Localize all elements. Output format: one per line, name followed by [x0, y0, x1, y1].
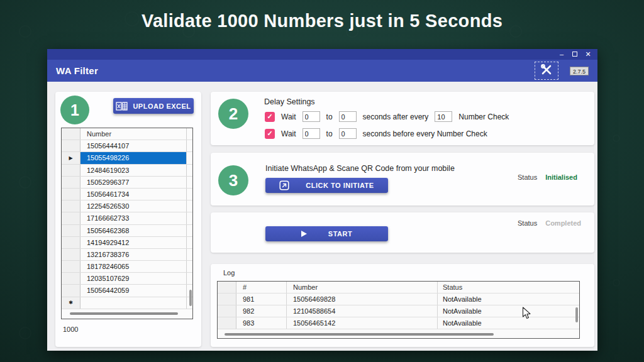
log-corner-cell [218, 282, 236, 293]
status-value-completed: Completed [545, 219, 581, 227]
delay-settings-heading: Delay Settings [264, 97, 315, 106]
app-title: WA Filter [56, 65, 98, 76]
version-badge: 2.7.5 [570, 67, 589, 75]
total-count-label: 1000 [63, 326, 78, 333]
app-window: – ✕ WA Filter 2.7.5 [47, 49, 597, 351]
wait-before-to-input[interactable] [339, 128, 357, 139]
before-suffix-label: seconds before every Number Check [363, 129, 487, 138]
grid-new-row[interactable]: ✱ [62, 297, 192, 309]
maximize-button[interactable] [570, 51, 579, 58]
status-label: Status [518, 173, 537, 181]
log-col-number[interactable]: Number [287, 282, 438, 293]
grid-row[interactable]: 13216738376 [62, 249, 192, 261]
number-check-interval-input[interactable] [435, 111, 452, 122]
launch-icon [279, 180, 289, 190]
to-label: to [326, 129, 333, 138]
wait-before-checkbox[interactable]: ✓ [265, 129, 275, 139]
wait-before-from-input[interactable] [303, 128, 320, 139]
start-label: START [328, 230, 352, 238]
window-titlebar: – ✕ [47, 49, 597, 60]
log-row[interactable]: 982 12104588654 NotAvailable [218, 305, 579, 317]
log-vertical-scrollbar[interactable] [575, 307, 578, 322]
log-col-status[interactable]: Status [438, 282, 570, 293]
excel-icon [116, 102, 128, 111]
delay-settings-panel: 2 Delay Settings ✓ Wait to seconds after… [211, 92, 594, 145]
initiate-status: Status Initialised [518, 173, 577, 181]
app-bar: WA Filter 2.7.5 [47, 60, 597, 82]
grid-row[interactable]: 12035107629 [62, 273, 192, 285]
initiate-panel: 3 Initiate WhatsApp & Scane QR Code from… [211, 153, 594, 206]
start-button[interactable]: START [265, 226, 388, 241]
log-row[interactable]: 981 15056469828 NotAvailable [218, 293, 579, 305]
tools-icon [540, 63, 553, 78]
after-suffix-label: seconds after every [363, 112, 429, 121]
grid-horizontal-scrollbar[interactable] [70, 312, 178, 315]
start-status: Status Completed [518, 219, 581, 227]
start-panel: START Status Completed [211, 212, 594, 253]
grid-header-row: Number [62, 128, 192, 140]
grid-row[interactable]: 15056442059 [62, 285, 192, 297]
status-label: Status [518, 219, 537, 227]
grid-vertical-scrollbar[interactable] [189, 290, 192, 306]
grid-row[interactable]: 17166662733 [62, 212, 192, 224]
grid-row[interactable]: 14194929412 [62, 237, 192, 249]
grid-corner-cell[interactable] [62, 128, 80, 140]
click-to-initiate-label: CLICK TO INITIATE [306, 182, 374, 189]
grid-row[interactable]: 12484619023 [62, 165, 192, 177]
settings-tools-button[interactable] [535, 62, 558, 80]
upload-excel-button[interactable]: UPLOAD EXCEL [113, 98, 194, 114]
background: Validate 1000 Numbers just in 5 Seconds … [0, 0, 644, 362]
wait-label: Wait [281, 129, 296, 138]
page-title: Validate 1000 Numbers just in 5 Seconds [0, 11, 644, 31]
wait-after-from-input[interactable] [303, 111, 320, 122]
upload-excel-label: UPLOAD EXCEL [133, 102, 191, 110]
step1-panel: 1 UPLOAD EXCEL Number 150564441 [55, 92, 201, 347]
step2-badge: 2 [218, 99, 248, 129]
step3-badge: 3 [218, 165, 248, 195]
grid-row[interactable]: 15052996377 [62, 177, 192, 189]
wait-after-checkbox[interactable]: ✓ [265, 112, 275, 122]
row-selector-arrow-icon: ▶ [62, 152, 80, 163]
maximize-icon [572, 52, 577, 57]
play-icon [301, 231, 307, 237]
delay-before-row: ✓ Wait to seconds before every Number Ch… [265, 128, 489, 139]
grid-row[interactable]: 15056461734 [62, 189, 192, 200]
grid-row[interactable]: 18178246065 [62, 261, 192, 273]
grid-row[interactable]: 15056462368 [62, 225, 192, 237]
grid-row[interactable]: 12254526530 [62, 200, 192, 212]
log-horizontal-scrollbar[interactable] [225, 333, 494, 336]
log-header-row: # Number Status [218, 282, 579, 293]
log-table: # Number Status 981 15056469828 NotAvail… [217, 281, 580, 339]
log-col-index[interactable]: # [236, 282, 287, 293]
grid-row-selected[interactable]: ▶15055498226 [62, 152, 192, 164]
log-panel: Log # Number Status 981 15056469828 NotA… [211, 264, 594, 347]
step1-badge: 1 [60, 96, 89, 124]
to-label: to [326, 112, 333, 121]
grid-row[interactable]: 15056444107 [62, 140, 192, 152]
wait-after-to-input[interactable] [339, 111, 357, 122]
delay-after-row: ✓ Wait to seconds after every Number Che… [265, 111, 510, 122]
click-to-initiate-button[interactable]: CLICK TO INITIATE [265, 178, 388, 193]
wait-label: Wait [281, 112, 296, 121]
close-button[interactable]: ✕ [584, 51, 592, 58]
log-row[interactable]: 983 15056465142 NotAvailable [218, 317, 579, 329]
status-value-initialised: Initialised [545, 173, 577, 181]
numbers-grid: Number 15056444107 ▶15055498226 12484619… [61, 128, 193, 319]
log-heading: Log [223, 269, 235, 277]
initiate-instruction: Initiate WhatsApp & Scane QR Code from y… [265, 164, 455, 173]
new-row-icon: ✱ [62, 297, 80, 309]
grid-column-header[interactable]: Number [80, 128, 187, 140]
minimize-button[interactable]: – [557, 51, 566, 58]
number-check-label: Number Check [458, 112, 509, 121]
